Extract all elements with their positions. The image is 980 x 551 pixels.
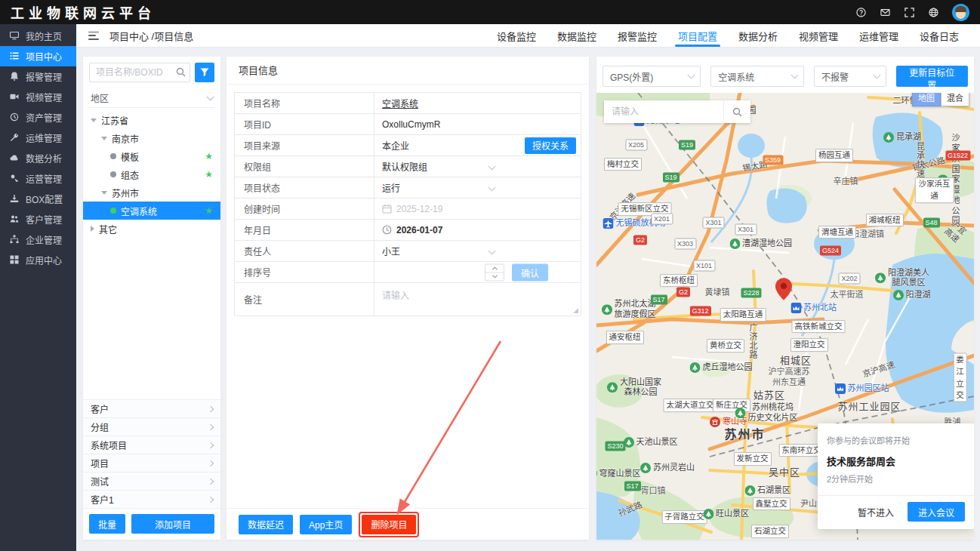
sidebar-item-alarm[interactable]: 报警管理 [0, 66, 76, 87]
update-location-button[interactable]: 更新目标位置 [896, 66, 968, 87]
tree-node[interactable]: 空调系统★ [83, 202, 220, 220]
accordion-section[interactable]: 测试 [83, 473, 220, 491]
confirm-button[interactable]: 确认 [512, 263, 548, 281]
favorite-star-icon[interactable]: ★ [205, 205, 213, 216]
sidebar-item-ops[interactable]: 运维管理 [0, 128, 76, 148]
sidebar-item-analysis[interactable]: 数据分析 [0, 148, 76, 168]
field-value: 小王 [374, 241, 581, 261]
project-search-input[interactable] [89, 63, 190, 82]
sidebar-item-label: 企业管理 [26, 233, 62, 246]
authorize-button[interactable]: 授权关系 [525, 137, 576, 154]
map-search-input[interactable] [604, 100, 723, 123]
favorite-star-icon[interactable]: ★ [205, 169, 213, 180]
favorite-star-icon[interactable]: ★ [205, 151, 213, 162]
hybrid-layer-button[interactable]: 混合 [941, 93, 969, 106]
collapse-menu-icon[interactable] [88, 32, 99, 40]
sidebar-item-label: 我的主页 [26, 29, 62, 42]
map-controls: GPS(外置)空调系统不报警更新目标位置 [596, 57, 974, 90]
tree-node[interactable]: 模板★ [83, 147, 220, 165]
project-name-link[interactable]: 空调系统 [382, 97, 418, 109]
language-icon[interactable] [928, 7, 939, 18]
sidebar-item-project[interactable]: 项目中心 [0, 46, 76, 66]
dismiss-meeting-button[interactable]: 暂不进入 [853, 503, 898, 522]
app-root: 工业物联网云平台 我的主页项目中心报警管理视频管理资产管理运维管理数据分析运营管… [0, 0, 980, 551]
accordion-section[interactable]: 客户 [83, 400, 220, 418]
accordion-section[interactable]: 项目 [83, 454, 220, 473]
add-project-button[interactable]: 添加项目 [131, 514, 214, 534]
tree-node[interactable]: 南京市 [83, 129, 220, 147]
select-value[interactable]: 默认权限组 [382, 160, 427, 173]
field-text: 本企业 [382, 139, 409, 152]
select-value[interactable]: 小王 [382, 245, 400, 257]
box-icon [10, 194, 20, 204]
sidebar-item-customer[interactable]: 客户管理 [0, 209, 76, 229]
stepper-down-icon[interactable] [485, 272, 504, 280]
sidebar-item-box[interactable]: BOX配置 [0, 189, 76, 209]
batch-button[interactable]: 批量 [89, 514, 125, 534]
tree-expander-icon[interactable] [91, 226, 94, 232]
tab-6[interactable]: 视频管理 [788, 24, 849, 47]
tree-node[interactable]: 组态★ [83, 165, 220, 183]
field-value: OxolluCmymR [374, 114, 581, 134]
topbar: 项目中心 /项目信息 设备监控数据监控报警监控项目配置数据分析视频管理运维管理设… [76, 24, 980, 48]
data-delay-button[interactable]: 数据延迟 [239, 515, 293, 534]
tab-8[interactable]: 设备日志 [909, 24, 969, 47]
tab-5[interactable]: 数据分析 [728, 24, 788, 47]
map-area[interactable]: 地图混合 无锡东站南湖湿地公园二环快速路昆承湖梅村立交锡太路杨园互通锡太公路沙家… [596, 93, 974, 540]
field-text[interactable]: 2025-12-19 [396, 204, 442, 214]
tree-node-label: 苏州市 [112, 186, 139, 199]
tree-node[interactable]: 苏州市 [83, 183, 220, 202]
chevron-down-icon [488, 162, 496, 170]
filter-button[interactable] [195, 63, 214, 82]
accordion-label: 客户 [91, 402, 109, 415]
breadcrumb: 项目中心 /项目信息 [109, 29, 193, 43]
field-label: 责任人 [235, 241, 374, 261]
accordion-section[interactable]: 分组 [83, 418, 220, 436]
tab-2[interactable]: 数据监控 [547, 24, 607, 47]
gps-source-select[interactable]: GPS(外置) [602, 66, 701, 87]
tree-expander-icon[interactable] [101, 137, 107, 140]
help-icon[interactable] [855, 7, 867, 18]
tree-node[interactable]: 江苏省 [83, 111, 220, 129]
user-avatar[interactable] [952, 4, 969, 21]
tab-3[interactable]: 报警监控 [607, 24, 667, 47]
accordion-section[interactable]: 系统项目 [83, 436, 220, 454]
delete-project-button[interactable]: 删除项目 [362, 515, 416, 534]
map-search-button[interactable] [723, 100, 750, 123]
map-marker-pin[interactable] [775, 278, 792, 303]
tree-expander-icon[interactable] [101, 191, 107, 195]
tree-search-row [89, 63, 214, 82]
select-value[interactable]: 运行 [382, 181, 400, 194]
resize-handle-icon[interactable] [573, 308, 578, 313]
mail-icon[interactable] [880, 7, 891, 18]
stepper-up-icon[interactable] [485, 264, 504, 272]
sidebar-item-asset[interactable]: 资产管理 [0, 107, 76, 128]
join-meeting-button[interactable]: 进入会议 [908, 502, 965, 522]
field-text: OxolluCmymR [382, 119, 440, 130]
home-icon [10, 31, 20, 41]
tab-4[interactable]: 项目配置 [667, 24, 728, 47]
sidebar-item-apps[interactable]: 应用中心 [0, 250, 76, 270]
field-text[interactable]: 2026-01-07 [396, 225, 442, 235]
project-select[interactable]: 空调系统 [710, 66, 804, 87]
accordion-section[interactable]: 客户1 [83, 491, 220, 509]
sidebar-item-home[interactable]: 我的主页 [0, 26, 76, 46]
tree-accordion: 客户分组系统项目项目测试客户1 [83, 399, 220, 509]
sidebar-item-video[interactable]: 视频管理 [0, 87, 76, 107]
tree-group-header[interactable]: 地区 [89, 88, 214, 108]
form-title: 项目信息 [227, 57, 589, 85]
alarm-filter-select[interactable]: 不报警 [814, 66, 886, 87]
fullscreen-icon[interactable] [904, 7, 915, 18]
tree-node[interactable]: 其它 [83, 220, 220, 238]
tab-7[interactable]: 运维管理 [849, 24, 909, 47]
map-layer-button[interactable]: 地图 [912, 93, 941, 106]
remark-placeholder[interactable]: 请输入 [382, 288, 409, 301]
sort-number-stepper[interactable] [485, 263, 504, 281]
sidebar-item-enterprise[interactable]: 企业管理 [0, 229, 76, 250]
chevron-down-icon [207, 93, 214, 100]
app-header: 工业物联网云平台 [0, 0, 980, 24]
sidebar-item-operation[interactable]: 运营管理 [0, 168, 76, 189]
tab-1[interactable]: 设备监控 [486, 24, 547, 47]
app-home-button[interactable]: App主页 [300, 515, 352, 534]
tree-expander-icon[interactable] [91, 119, 97, 122]
